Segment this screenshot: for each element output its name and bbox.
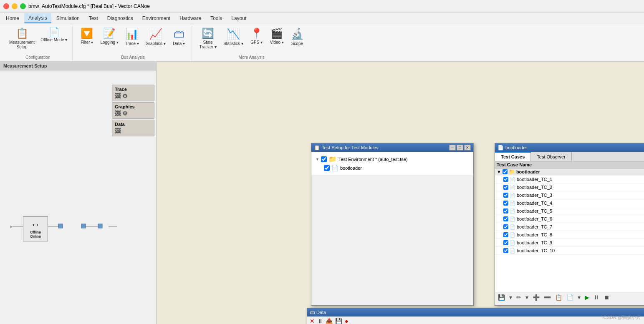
trace-config-icon[interactable]: ⚙: [122, 93, 128, 99]
graphics-config-icon[interactable]: ⚙: [122, 110, 128, 117]
table-row[interactable]: 📄 bootloader_TC_10 ❓: [495, 247, 644, 255]
table-row[interactable]: 📄 bootloader_TC_2 ❓: [495, 183, 644, 191]
tc-file-icon: 📄: [510, 248, 515, 254]
menu-analysis[interactable]: Analysis: [24, 13, 51, 23]
close-button[interactable]: [3, 3, 9, 9]
menu-simulation[interactable]: Simulation: [52, 14, 84, 23]
tc-checkbox[interactable]: [503, 232, 508, 237]
ribbon-btn-graphics[interactable]: 📈 Graphics ▾: [143, 26, 168, 48]
data-export-btn[interactable]: 📤: [326, 318, 333, 324]
ribbon-group-bus-analysis: 🔽 Filter ▾ 📝 Logging ▾ 📊 Trace ▾ 📈 Graph…: [74, 26, 192, 61]
menu-home[interactable]: Home: [2, 14, 23, 23]
menu-environment[interactable]: Environment: [138, 14, 174, 23]
menu-bar: Home Analysis Simulation Test Diagnostic…: [0, 13, 644, 24]
tc-checkbox[interactable]: [503, 240, 508, 245]
tc-checkbox[interactable]: [503, 185, 508, 190]
graphics-window-icon[interactable]: 🖼: [115, 110, 121, 117]
side-item-trace[interactable]: Trace 🖼 ⚙: [112, 85, 154, 101]
gps-icon: 📍: [250, 28, 263, 39]
tc-file-icon: 📄: [510, 216, 515, 222]
tab-test-cases[interactable]: Test Cases: [495, 152, 531, 161]
group-checkbox[interactable]: [503, 169, 508, 174]
table-row[interactable]: ▼ 📁 bootloader: [495, 168, 644, 176]
tc-checkbox[interactable]: [503, 177, 508, 182]
test-setup-minimize-btn[interactable]: ─: [449, 145, 456, 151]
tc-dropdown2-btn[interactable]: ▾: [524, 294, 530, 301]
tc-dropdown-btn[interactable]: ▾: [508, 294, 513, 301]
test-setup-maximize-btn[interactable]: □: [457, 145, 463, 151]
tc-checkbox[interactable]: [503, 208, 508, 213]
tree-child-item[interactable]: 📄 bootloader: [321, 164, 471, 172]
table-row[interactable]: 📄 bootloader_TC_5 ❓: [495, 207, 644, 215]
menu-hardware[interactable]: Hardware: [175, 14, 205, 23]
test-setup-titlebar: 📋 Test Setup for Test Modules ─ □ ✕: [311, 143, 473, 152]
data-window-icon[interactable]: 🖼: [115, 128, 121, 134]
side-item-data[interactable]: Data 🖼: [112, 120, 154, 136]
bootloader-window: 📄 bootloader ─ □ ✕ Test Cases Test Obser…: [495, 143, 644, 306]
tc-paste-btn[interactable]: 📄: [565, 294, 575, 301]
menu-tools[interactable]: Tools: [206, 14, 226, 23]
tc-checkbox[interactable]: [503, 193, 508, 198]
ribbon-btn-offline-mode[interactable]: 📄 Offline Mode ▾: [39, 26, 69, 43]
tree-root-checkbox[interactable]: [321, 156, 327, 162]
configuration-group-label: Configuration: [25, 54, 50, 60]
data-save-btn[interactable]: 💾: [335, 318, 342, 324]
tc-name-label: bootloader_TC_4: [517, 201, 552, 206]
ribbon-btn-statistics[interactable]: 📉 Statistics ▾: [221, 26, 246, 48]
table-row[interactable]: 📄 bootloader_TC_6 ❓: [495, 215, 644, 223]
table-row[interactable]: 📄 bootloader_TC_3 ❓: [495, 191, 644, 199]
tc-edit-btn[interactable]: ✏: [515, 294, 523, 301]
tc-play-btn[interactable]: ▶: [583, 294, 591, 301]
svg-rect-4: [58, 224, 63, 228]
trace-window-icon[interactable]: 🖼: [115, 93, 121, 99]
minimize-button[interactable]: [12, 3, 18, 9]
tree-root-item[interactable]: ▼ 📁 Test Environment * (auto_test.tse): [314, 154, 471, 164]
tc-checkbox[interactable]: [503, 248, 508, 253]
ribbon-group-configuration: 📋 MeasurementSetup 📄 Offline Mode ▾ Conf…: [3, 26, 73, 61]
tc-dropdown3-btn[interactable]: ▾: [576, 294, 582, 301]
test-setup-window: 📋 Test Setup for Test Modules ─ □ ✕ ▼ 📁 …: [311, 143, 474, 306]
ribbon-btn-scope[interactable]: 🔬 Scope: [288, 26, 306, 48]
tc-stop-btn[interactable]: ⏹: [602, 294, 611, 301]
tc-remove-btn[interactable]: ➖: [543, 294, 552, 301]
tabs-bar: Test Cases Test Observer: [495, 152, 644, 161]
ribbon-btn-trace[interactable]: 📊 Trace ▾: [123, 26, 141, 48]
ribbon-btn-data[interactable]: 🗃 Data ▾: [170, 26, 188, 48]
tc-save-btn[interactable]: 💾: [497, 294, 506, 301]
ribbon-btn-filter[interactable]: 🔽 Filter ▾: [78, 26, 96, 46]
table-row[interactable]: 📄 bootloader_TC_7 ❓: [495, 223, 644, 231]
tc-copy-btn[interactable]: 📋: [554, 294, 563, 301]
table-row[interactable]: 📄 bootloader_TC_1 ❓: [495, 176, 644, 183]
menu-diagnostics[interactable]: Diagnostics: [103, 14, 137, 23]
ribbon-btn-gps[interactable]: 📍 GPS ▾: [247, 26, 266, 46]
table-row[interactable]: 📄 bootloader_TC_9 ❓: [495, 239, 644, 247]
side-panel-items: Trace 🖼 ⚙ Graphics 🖼 ⚙ Data: [110, 83, 156, 138]
table-row[interactable]: 📄 bootloader_TC_4 ❓: [495, 199, 644, 207]
tree-child-checkbox[interactable]: [324, 165, 330, 171]
ribbon-btn-logging[interactable]: 📝 Logging ▾: [98, 26, 121, 46]
offline-box: ↔ Offline Online: [23, 216, 48, 241]
tc-pause-btn[interactable]: ⏸: [592, 294, 601, 301]
tc-add-btn[interactable]: ➕: [531, 294, 541, 301]
measurement-setup-label: Measurement Setup: [0, 62, 156, 70]
maximize-button[interactable]: [20, 3, 26, 9]
bootloader-title-icon: 📄: [498, 145, 504, 151]
data-record-btn[interactable]: ●: [345, 318, 348, 324]
tab-test-observer[interactable]: Test Observer: [531, 152, 571, 161]
side-item-graphics[interactable]: Graphics 🖼 ⚙: [112, 102, 154, 119]
ribbon-btn-video[interactable]: 🎬 Video ▾: [268, 26, 286, 46]
menu-layout[interactable]: Layout: [227, 14, 250, 23]
ribbon-btn-measurement-setup[interactable]: 📋 MeasurementSetup: [7, 26, 37, 51]
tc-checkbox[interactable]: [503, 224, 508, 229]
test-setup-close-btn[interactable]: ✕: [464, 145, 471, 151]
ribbon-btn-state-tracker[interactable]: 🔄 StateTracker ▾: [197, 26, 219, 51]
menu-test[interactable]: Test: [85, 14, 102, 23]
app-title: bmw_AutoTestModule.cfg * [Real Bus] - Ve…: [28, 3, 150, 9]
table-row[interactable]: 📄 bootloader_TC_8 ❓: [495, 231, 644, 239]
tc-rows-container: 📄 bootloader_TC_1 ❓ 📄 bootloader_TC_2 ❓ …: [495, 176, 644, 255]
data-stop-btn[interactable]: ✕: [310, 318, 315, 324]
tc-checkbox[interactable]: [503, 216, 508, 221]
data-pause-btn[interactable]: ⏸: [317, 318, 323, 324]
scope-icon: 🔬: [290, 28, 304, 40]
tc-checkbox[interactable]: [503, 201, 508, 206]
